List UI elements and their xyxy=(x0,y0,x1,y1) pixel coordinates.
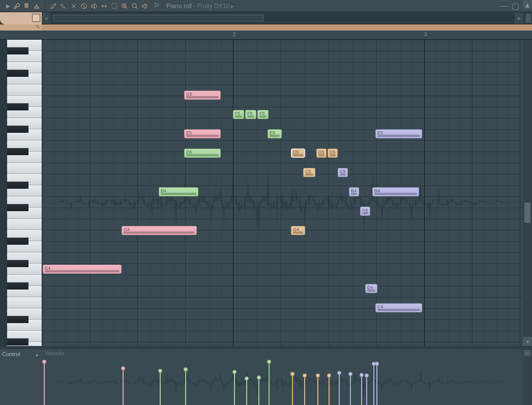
magnet-icon[interactable] xyxy=(22,2,31,10)
overview-scroll-left[interactable]: ◂ xyxy=(42,12,50,24)
select-icon[interactable] xyxy=(110,2,119,10)
note-E5[interactable]: E5 xyxy=(375,129,422,138)
piano-key-black[interactable] xyxy=(7,148,28,155)
ruler-bar-3: 3 xyxy=(424,32,427,37)
title-instrument: Fruity DX10 xyxy=(197,3,229,10)
note-B4[interactable]: B4 xyxy=(159,187,198,196)
play-menu-icon[interactable]: ▸ xyxy=(6,1,10,11)
note-G4[interactable]: G4 xyxy=(122,226,197,235)
note-B4[interactable]: B4 xyxy=(349,187,359,196)
note-C4[interactable]: C4 xyxy=(375,303,422,312)
piano-key-black[interactable] xyxy=(7,204,28,211)
ruler-track[interactable]: 2 3 xyxy=(42,31,532,39)
control-label-area[interactable]: Control ▸ xyxy=(0,349,42,405)
overview-corner[interactable] xyxy=(0,12,42,24)
slip-icon[interactable] xyxy=(100,2,108,10)
note-C5[interactable]: C5 xyxy=(303,168,315,177)
piano-key-white[interactable] xyxy=(7,297,42,308)
zoom2sel-icon[interactable] xyxy=(121,2,129,10)
speaker-icon[interactable] xyxy=(141,2,149,10)
note-grid[interactable]: E4G4B4G5E5D5F5F5F5E5D5G4C5D5D5C5B4A4D4B4… xyxy=(42,40,523,346)
maximize-button[interactable]: ▢ xyxy=(512,3,519,10)
svg-point-4 xyxy=(132,4,136,8)
control-waveform xyxy=(42,359,523,405)
note-D5[interactable]: D5 xyxy=(316,149,327,158)
vscroll-up[interactable]: ▴ xyxy=(523,0,532,9)
velocity-editor[interactable]: Velocity xyxy=(42,349,523,405)
piano-key-black[interactable] xyxy=(7,260,28,267)
slice-icon[interactable] xyxy=(70,2,78,10)
control-menu-icon[interactable]: ▸ xyxy=(36,352,39,358)
piano-keyboard[interactable] xyxy=(0,40,42,346)
ruler-bar-2: 2 xyxy=(233,32,236,37)
key-strip xyxy=(0,40,7,346)
note-D4[interactable]: D4 xyxy=(365,284,377,293)
control-label: Control xyxy=(2,351,20,357)
vscroll-thumb[interactable] xyxy=(524,202,530,223)
piano-key-white[interactable] xyxy=(7,219,42,230)
note-C5[interactable]: C5 xyxy=(338,168,348,177)
piano-key-black[interactable] xyxy=(7,70,28,77)
draw-icon[interactable] xyxy=(49,2,57,10)
paint-icon[interactable] xyxy=(60,2,68,10)
mute-icon[interactable] xyxy=(90,2,98,10)
main-area: E4G4B4G5E5D5F5F5F5E5D5G4C5D5D5C5B4A4D4B4… xyxy=(0,40,532,346)
note-E4[interactable]: E4 xyxy=(43,265,122,274)
note-A4[interactable]: A4 xyxy=(360,207,370,216)
overview-track[interactable] xyxy=(52,14,522,22)
svg-rect-2 xyxy=(112,4,117,9)
note-G4[interactable]: G4 xyxy=(291,226,305,235)
target-track[interactable] xyxy=(42,24,532,31)
zoom-icon[interactable] xyxy=(131,2,139,10)
vscroll-down[interactable]: ▾ xyxy=(523,337,532,346)
note-G5[interactable]: G5 xyxy=(184,91,221,100)
piano-key-black[interactable] xyxy=(7,103,28,110)
note-E5[interactable]: E5 xyxy=(184,129,221,138)
wrench-icon[interactable] xyxy=(12,2,20,10)
overview-scroll-right[interactable]: ▸ xyxy=(515,12,523,24)
target-channel-row[interactable] xyxy=(0,24,532,31)
toolbar: ▸ Piano roll - Fruity DX10 ▸ xyxy=(0,1,234,11)
note-F5[interactable]: F5 xyxy=(233,110,244,119)
control-right: – xyxy=(523,349,532,405)
note-D5[interactable]: D5 xyxy=(184,149,221,158)
toolbar-separator xyxy=(45,2,45,10)
piano-key-white[interactable] xyxy=(7,163,42,174)
stamp-icon[interactable] xyxy=(33,2,41,10)
piano-key-black[interactable] xyxy=(7,47,28,54)
piano-key-black[interactable] xyxy=(7,126,28,133)
control-param-label: Velocity xyxy=(45,350,64,356)
time-ruler[interactable]: 2 3 ▴ xyxy=(0,31,532,40)
note-D5[interactable]: D5 xyxy=(328,149,338,158)
titlebar: ▸ Piano roll - Fruity DX10 ▸ ― ▢ ✕ xyxy=(0,0,532,12)
control-panel: Control ▸ Velocity – xyxy=(0,349,532,405)
note-F5[interactable]: F5 xyxy=(245,110,256,119)
piano-key-black[interactable] xyxy=(7,182,28,189)
vertical-scrollbar[interactable]: ▾ xyxy=(523,40,532,346)
note-D5[interactable]: D5 xyxy=(291,149,305,158)
svg-rect-0 xyxy=(35,7,39,9)
piano-key-white[interactable] xyxy=(7,84,42,96)
title-main: Piano roll xyxy=(166,3,192,10)
note-F5[interactable]: F5 xyxy=(257,110,269,119)
overview-viewport[interactable] xyxy=(53,15,263,21)
piano-key-black[interactable] xyxy=(7,282,28,290)
piano-key-black[interactable] xyxy=(7,316,28,323)
target-corner[interactable] xyxy=(0,24,42,31)
preview-icon[interactable] xyxy=(153,2,160,11)
note-B4[interactable]: B4 xyxy=(372,187,419,196)
window-title: Piano roll - Fruity DX10 ▸ xyxy=(166,3,234,10)
control-collapse-button[interactable]: – xyxy=(524,350,531,356)
piano-key-black[interactable] xyxy=(7,338,28,345)
minimize-button[interactable]: ― xyxy=(500,3,508,10)
piano-key-black[interactable] xyxy=(7,238,28,245)
overview-options[interactable] xyxy=(526,14,531,23)
note-E5[interactable]: E5 xyxy=(268,129,282,138)
ruler-corner xyxy=(0,31,42,39)
erase-icon[interactable] xyxy=(80,2,88,10)
overview-bar: ◂ ▸ xyxy=(0,12,532,24)
